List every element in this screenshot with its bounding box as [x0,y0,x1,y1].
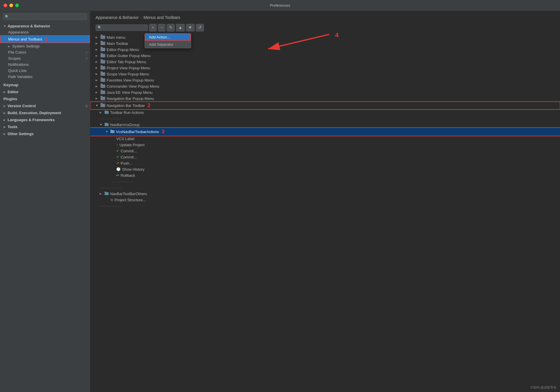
sidebar-label: Path Variables [8,75,33,79]
sidebar-item-path-variables[interactable]: Path Variables [0,74,90,80]
expand-icon: ▶ [3,126,6,128]
sidebar: 🔍 ▼ Appearance & Behavior Appearance Men… [0,11,90,392]
sidebar-item-keymap[interactable]: Keymap [0,81,90,88]
folder-icon [101,42,105,45]
sidebar-item-scopes[interactable]: Scopes ⎘ [0,55,90,61]
sidebar-label: System Settings [12,44,40,48]
annotation-1: 1 [45,36,47,42]
folder-icon [101,66,105,70]
expand-icon: ▶ [96,97,99,100]
maximize-button[interactable] [15,3,19,7]
tree-item-editor-gutter[interactable]: ▶ Editor Gutter Popup Menu [90,53,560,59]
tree-item-rollback[interactable]: ↩ Rollback [90,172,560,179]
remove-button[interactable]: − [158,24,165,31]
tree-item-label: Project Structure... [115,198,146,202]
tree-item-nav-bar-toolbar[interactable]: ▼ Navigation Bar Toolbar 2 [90,102,560,110]
tree-item-navbar-others[interactable]: ▶ NavBarToolBarOthers [90,191,560,197]
expand-icon: ▶ [96,91,99,94]
content-search-container[interactable]: 🔍 [96,24,148,31]
tree-item-show-history[interactable]: 🕐 Show History [90,166,560,172]
expand-icon: ▶ [96,60,99,63]
sidebar-item-other-settings[interactable]: ▶ Other Settings [0,130,90,137]
copy-icon: ⎘ [86,57,88,60]
tree-item-vcs-navbar[interactable]: ▼ VcsNavBarToobarActions 3 [90,128,560,136]
tree-item-scope-view[interactable]: ▶ Scope View Popup Menu [90,71,560,77]
tree-item-toolbar-run-actions[interactable]: ▶ Toolbar Run Actions [90,110,560,116]
titlebar: Preferences [0,0,560,11]
tree-item-favorites-view[interactable]: ▶ Favorites View Popup Menu [90,77,560,83]
add-separator-item[interactable]: Add Separator [145,41,191,48]
separator-line: ------------ [100,204,122,208]
tree-item-label: Navigation Bar Toolbar [107,103,145,108]
sidebar-item-menus-toolbars[interactable]: Menus and Toolbars 1 [0,35,90,43]
move-down-button[interactable]: ▼ [186,24,195,31]
sidebar-item-version-control[interactable]: ▶ Version Control ⎘ [0,102,90,109]
tree-item-navbarvcsgroup[interactable]: ▼ NavBarVcsGroup [90,122,560,128]
breadcrumb: Appearance & Behavior › Menus and Toolba… [90,11,560,23]
tree-item-java-ee[interactable]: ▶ Java EE View Popup Menu [90,89,560,96]
sidebar-item-appearance-behavior[interactable]: ▼ Appearance & Behavior [0,22,90,29]
sidebar-item-languages[interactable]: ▶ Languages & Frameworks [0,116,90,123]
content-search-input[interactable] [103,26,146,30]
sidebar-label: File Colors [8,50,26,54]
tree-item-editor-tab[interactable]: ▶ Editor Tab Popup Menu [90,59,560,65]
tree-item-project-structure[interactable]: ⊞ Project Structure... [90,197,560,203]
tree-item-label: NavBarVcsGroup [110,123,140,127]
sidebar-item-editor[interactable]: ▶ Editor [0,88,90,95]
annotation-2: 2 [147,103,150,109]
tree-item-commit-1[interactable]: ✔ Commit... [90,148,560,154]
tree-item-label: Editor Tab Popup Menu [107,60,146,64]
sidebar-item-notifications[interactable]: Notifications [0,61,90,68]
expand-icon: ▶ [96,48,99,51]
undo-icon: ↩ [116,173,119,177]
sidebar-item-system-settings[interactable]: ▶ System Settings [0,43,90,49]
tree-item-label: VCS Label [116,137,134,141]
tree-item-label: NavBarToolBarOthers [110,192,147,196]
folder-icon [101,84,105,88]
sidebar-search-container[interactable]: 🔍 [3,13,87,20]
folder-icon [101,104,105,107]
add-button[interactable]: + [149,24,157,31]
copy-icon: ⎘ [86,51,88,54]
traffic-lights [3,3,19,7]
check-icon: ✔ [116,149,119,153]
tree-item-label: Show History [122,167,145,172]
expand-icon: ▶ [96,54,99,57]
window-title: Preferences [270,3,290,8]
sidebar-item-file-colors[interactable]: File Colors ⎘ [0,49,90,55]
close-button[interactable] [3,3,7,7]
tree-item-label: Java EE View Popup Menu [107,90,152,95]
tree-item-project-view[interactable]: ▶ Project View Popup Menu [90,65,560,71]
push-icon: ↗ [116,161,119,165]
tree-content: ▶ Main menu ▶ Main Toolbar ▶ Editor Popu… [90,33,560,392]
tree-item-label: Commit... [121,149,137,153]
sidebar-item-plugins[interactable]: Plugins [0,95,90,102]
content-area: Appearance & Behavior › Menus and Toolba… [90,11,560,392]
sidebar-item-build-exec[interactable]: ▶ Build, Execution, Deployment [0,109,90,116]
reset-button[interactable]: ↺ [196,24,204,31]
separator-line: ------------ [100,116,122,121]
tree-separator-2: ------------ [90,179,560,185]
edit-button[interactable]: ✎ [167,24,175,31]
move-up-button[interactable]: ▲ [176,24,185,31]
tree-item-commit-2[interactable]: ✔ Commit... [90,154,560,160]
folder-icon [101,36,105,39]
minimize-button[interactable] [9,3,13,7]
sidebar-item-appearance[interactable]: Appearance [0,29,90,35]
tree-item-vcs-label[interactable]: VCS Label [90,136,560,142]
sidebar-search-input[interactable] [10,15,85,19]
main-container: 🔍 ▼ Appearance & Behavior Appearance Men… [0,11,560,392]
expand-icon: ▶ [96,85,99,88]
tree-separator-1: ------------ [90,116,560,122]
sidebar-label: Editor [8,90,19,94]
sidebar-item-tools[interactable]: ▶ Tools [0,123,90,130]
add-action-item[interactable]: Add Action... [145,33,191,41]
breadcrumb-part2: Menus and Toolbars [144,15,180,20]
tree-item-label: Update Project [119,143,145,147]
arrow-icon: ↑ [116,143,118,147]
tree-item-push[interactable]: ↗ Push... [90,160,560,166]
tree-item-nav-bar-popup[interactable]: ▶ Navigation Bar Popup Menu [90,96,560,102]
tree-item-update-project[interactable]: ↑ Update Project [90,142,560,148]
sidebar-item-quick-lists[interactable]: Quick Lists [0,68,90,74]
tree-item-commander-view[interactable]: ▶ Commander View Popup Menu [90,83,560,89]
